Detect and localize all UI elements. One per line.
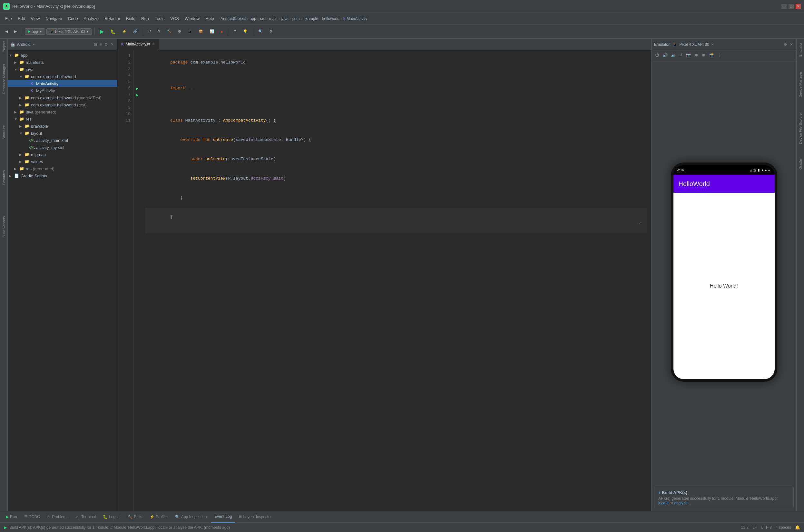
menu-navigate[interactable]: Navigate bbox=[43, 15, 64, 22]
run-button[interactable]: ▶ bbox=[97, 27, 107, 36]
settings-button[interactable]: ⚙ bbox=[267, 28, 275, 35]
stop-emulator-button[interactable]: ⏹ bbox=[701, 52, 707, 58]
gutter-line-6[interactable]: ▶ bbox=[133, 85, 141, 92]
menu-run[interactable]: Run bbox=[139, 15, 152, 22]
tree-item-activity-main-xml[interactable]: XML activity_main.xml bbox=[8, 137, 117, 144]
run-tab[interactable]: ▶ Run bbox=[3, 511, 20, 522]
logcat-tab[interactable]: 🐛 Logcat bbox=[100, 511, 124, 522]
build-tab[interactable]: 🔨 Build bbox=[125, 511, 146, 522]
profiler-button[interactable]: 📊 bbox=[207, 28, 217, 35]
tree-item-myactivity[interactable]: K MyActivity bbox=[8, 87, 117, 94]
camera-button[interactable]: 📸 bbox=[708, 52, 715, 58]
menu-window[interactable]: Window bbox=[182, 15, 202, 22]
attach-debugger-button[interactable]: 🔗 bbox=[131, 28, 140, 35]
build-button[interactable]: 🔨 bbox=[165, 28, 174, 35]
project-panel-tab[interactable]: Project bbox=[1, 39, 7, 55]
tree-item-res[interactable]: ▼ 📁 res bbox=[8, 115, 117, 122]
menu-help[interactable]: Help bbox=[203, 15, 217, 22]
layout-inspector-tab[interactable]: ⊞ Layout Inspector bbox=[236, 511, 275, 522]
sdk-manager-button[interactable]: 📦 bbox=[196, 28, 206, 35]
code-area[interactable]: package com.example.helloworld import ..… bbox=[141, 50, 651, 511]
gutter-line-7[interactable]: ▶ bbox=[133, 92, 141, 98]
notification-bell[interactable]: 🔔 bbox=[795, 525, 800, 530]
encoding[interactable]: UTF-8 bbox=[761, 525, 772, 530]
favorites-tab[interactable]: Favorites bbox=[1, 168, 7, 187]
tree-item-app[interactable]: ▼ 📁 app bbox=[8, 52, 117, 59]
collapse-all-button[interactable]: ⊟ bbox=[93, 42, 98, 48]
record-button[interactable]: ⏺ bbox=[693, 52, 700, 58]
tree-item-mipmap[interactable]: ▶ 📁 mipmap bbox=[8, 151, 117, 158]
search-everywhere-button[interactable]: 🔍 bbox=[256, 28, 265, 35]
sync-button-2[interactable]: ⟳ bbox=[155, 28, 163, 35]
back-button[interactable]: ◀ bbox=[3, 28, 10, 35]
close-button[interactable]: ✕ bbox=[796, 4, 801, 9]
tab-mainactivity[interactable]: K MainActivity.kt ✕ bbox=[117, 39, 159, 50]
close-panel-button[interactable]: ✕ bbox=[110, 42, 114, 48]
emulator-settings-button[interactable]: ⚙ bbox=[783, 42, 788, 48]
tree-item-drawable[interactable]: ▶ 📁 drawable bbox=[8, 122, 117, 130]
volume-down-button[interactable]: 🔉 bbox=[670, 52, 677, 58]
screenshot-button[interactable]: 📷 bbox=[685, 52, 692, 58]
tree-item-gradle[interactable]: ▶ 📄 Gradle Scripts bbox=[8, 172, 117, 179]
device-selector[interactable]: 📱 Pixel 4 XL API 30 ▼ bbox=[46, 28, 92, 35]
power-button[interactable]: ⏻ bbox=[654, 52, 660, 58]
menu-tools[interactable]: Tools bbox=[152, 15, 167, 22]
problems-tab[interactable]: ⚠ Problems bbox=[44, 511, 72, 522]
menu-analyze[interactable]: Analyze bbox=[81, 15, 101, 22]
line-separator[interactable]: LF bbox=[752, 525, 757, 530]
device-file-explorer-side-tab[interactable]: Device File Explorer bbox=[797, 110, 804, 146]
stop-button[interactable]: ■ bbox=[218, 28, 225, 35]
menu-edit[interactable]: Edit bbox=[15, 15, 27, 22]
menu-build[interactable]: Build bbox=[123, 15, 138, 22]
more-emulator-button[interactable]: ⋮ bbox=[716, 52, 723, 58]
tab-close-button[interactable]: ✕ bbox=[152, 42, 155, 46]
locate-link[interactable]: locate bbox=[658, 501, 669, 505]
coverage-button[interactable]: ☂ bbox=[231, 28, 239, 35]
tree-item-java-generated[interactable]: ▶ 📁 java (generated) bbox=[8, 108, 117, 115]
resource-manager-tab[interactable]: Resource Manager bbox=[1, 61, 7, 97]
tree-item-manifests[interactable]: ▶ 📁 manifests bbox=[8, 59, 117, 66]
rotate-button[interactable]: ↺ bbox=[678, 52, 684, 58]
menu-file[interactable]: File bbox=[3, 15, 15, 22]
menu-code[interactable]: Code bbox=[65, 15, 81, 22]
menu-vcs[interactable]: VCS bbox=[168, 15, 181, 22]
emulator-side-tab[interactable]: Emulator bbox=[797, 40, 804, 59]
emulator-close-button[interactable]: ✕ bbox=[789, 42, 794, 48]
build-variants-tab[interactable]: Build Variants bbox=[1, 213, 7, 240]
analyze-link[interactable]: analyze... bbox=[674, 501, 691, 505]
profile-button[interactable]: ⚡ bbox=[120, 28, 129, 35]
sync-project-button[interactable]: ↺ bbox=[146, 28, 154, 35]
emulator-tab-close[interactable]: ✕ bbox=[711, 42, 714, 46]
indent-size[interactable]: 4 spaces bbox=[776, 525, 791, 530]
sort-button[interactable]: ≡ bbox=[99, 42, 102, 48]
tree-item-package-test[interactable]: ▶ 📁 com.example.helloworld (test) bbox=[8, 101, 117, 108]
avd-manager-button[interactable]: 📱 bbox=[185, 28, 195, 35]
todo-tab[interactable]: ☰ TODO bbox=[21, 511, 43, 522]
dropdown-chevron[interactable]: ▼ bbox=[32, 43, 35, 46]
event-log-tab[interactable]: Event Log bbox=[211, 511, 235, 522]
minimize-button[interactable]: — bbox=[781, 4, 787, 9]
terminal-tab[interactable]: >_ Terminal bbox=[72, 511, 99, 522]
tree-item-activity-my-xml[interactable]: XML activity_my.xml bbox=[8, 144, 117, 151]
device-manager-side-tab[interactable]: Device Manager bbox=[797, 69, 804, 100]
volume-up-button[interactable]: 🔊 bbox=[662, 52, 669, 58]
generate-button[interactable]: ⚙ bbox=[175, 28, 184, 35]
profiler-tab[interactable]: ⚡ Profiler bbox=[146, 511, 171, 522]
forward-button[interactable]: ▶ bbox=[12, 28, 19, 35]
run-config-selector[interactable]: ▶ app ▼ bbox=[25, 28, 45, 35]
cursor-position[interactable]: 11:2 bbox=[741, 525, 749, 530]
tree-item-package-androidtest[interactable]: ▶ 📁 com.example.helloworld (androidTest) bbox=[8, 94, 117, 101]
menu-refactor[interactable]: Refactor bbox=[102, 15, 123, 22]
tree-item-mainactivity[interactable]: K MainActivity bbox=[8, 80, 117, 87]
tree-item-package-main[interactable]: ▼ 📁 com.example.helloworld bbox=[8, 73, 117, 80]
maximize-button[interactable]: □ bbox=[788, 4, 794, 9]
tree-item-java[interactable]: ▼ 📁 java bbox=[8, 66, 117, 73]
app-inspection-tab[interactable]: 🔍 App Inspection bbox=[172, 511, 210, 522]
tree-item-values[interactable]: ▶ 📁 values bbox=[8, 158, 117, 165]
menu-view[interactable]: View bbox=[28, 15, 42, 22]
tree-item-layout[interactable]: ▼ 📁 layout bbox=[8, 130, 117, 137]
structure-tab[interactable]: Structure bbox=[1, 122, 7, 142]
tree-item-res-generated[interactable]: ▶ 📁 res (generated) bbox=[8, 165, 117, 172]
filter-button[interactable]: ⚙ bbox=[104, 42, 109, 48]
heap-button[interactable]: 💡 bbox=[241, 28, 250, 35]
